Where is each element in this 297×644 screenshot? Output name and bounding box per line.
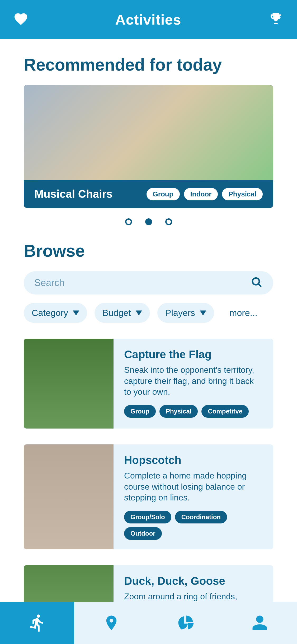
tag[interactable]: Physical	[222, 188, 263, 200]
activity-card[interactable]: Duck, Duck, Goose Zoom around a ring of …	[24, 565, 273, 602]
activity-description: Complete a home made hopping course with…	[124, 470, 263, 503]
chevron-down-icon	[200, 310, 206, 316]
pager-dot[interactable]	[165, 218, 172, 225]
recommended-heading: Recommended for today	[24, 55, 273, 75]
activity-tags: Group Physical Competitve	[124, 405, 263, 418]
filter-category[interactable]: Category	[24, 303, 87, 323]
tab-locations[interactable]	[74, 602, 148, 644]
tag[interactable]: Indoor	[184, 188, 218, 200]
pager-dot[interactable]	[125, 218, 132, 225]
tag[interactable]: Group	[124, 405, 156, 418]
filter-players[interactable]: Players	[157, 303, 214, 323]
tag[interactable]: Group/Solo	[124, 511, 171, 523]
tab-stats[interactable]	[149, 602, 223, 644]
activity-body: Hopscotch Complete a home made hopping c…	[114, 444, 273, 549]
activity-image	[24, 565, 114, 602]
filter-label: Players	[165, 308, 195, 318]
tag[interactable]: Group	[147, 188, 180, 200]
recommended-card[interactable]: Musical Chairs Group Indoor Physical	[24, 85, 273, 208]
browse-heading: Browse	[24, 241, 273, 261]
activity-body: Capture the Flag Sneak into the opponent…	[114, 339, 273, 429]
chevron-down-icon	[73, 310, 79, 316]
activity-body: Duck, Duck, Goose Zoom around a ring of …	[114, 565, 273, 602]
recommended-bar: Musical Chairs Group Indoor Physical	[24, 180, 273, 208]
recommended-image	[24, 85, 273, 180]
pin-icon	[103, 614, 120, 632]
activity-card[interactable]: Hopscotch Complete a home made hopping c…	[24, 444, 273, 549]
heart-icon[interactable]	[13, 11, 29, 28]
recommended-title: Musical Chairs	[34, 188, 112, 200]
activity-tags: Group/Solo Coordination Outdoor	[124, 511, 263, 540]
tag[interactable]: Competitve	[201, 405, 249, 418]
search-bar[interactable]	[24, 271, 273, 295]
carousel-pager	[24, 218, 273, 225]
bottom-tab-bar	[0, 602, 297, 644]
user-icon	[251, 614, 268, 632]
activity-card[interactable]: Capture the Flag Sneak into the opponent…	[24, 339, 273, 429]
activity-description: Zoom around a ring of friends, dubbing e…	[124, 591, 263, 602]
chevron-down-icon	[136, 310, 142, 316]
filter-row: Category Budget Players more...	[24, 303, 273, 323]
activity-image	[24, 339, 114, 429]
svg-point-0	[253, 278, 260, 285]
activity-image	[24, 444, 114, 549]
activity-description: Sneak into the opponent's territory, cap…	[124, 365, 263, 398]
chart-icon	[177, 614, 194, 632]
trophy-icon[interactable]	[268, 11, 284, 28]
filter-label: Budget	[102, 308, 131, 318]
activity-title: Capture the Flag	[124, 348, 263, 361]
tab-profile[interactable]	[223, 602, 297, 644]
running-icon	[28, 613, 47, 632]
activity-title: Hopscotch	[124, 454, 263, 467]
search-icon[interactable]	[251, 277, 263, 289]
search-input[interactable]	[34, 277, 251, 288]
recommended-tags: Group Indoor Physical	[147, 188, 263, 200]
tag[interactable]: Physical	[159, 405, 198, 418]
more-filters-link[interactable]: more...	[229, 308, 257, 318]
activity-title: Duck, Duck, Goose	[124, 575, 263, 587]
app-header: Activities	[0, 0, 297, 39]
svg-line-1	[258, 284, 261, 287]
page-title: Activities	[115, 11, 181, 28]
content-area: Recommended for today Musical Chairs Gro…	[0, 39, 297, 602]
pager-dot-active[interactable]	[145, 218, 152, 225]
filter-budget[interactable]: Budget	[95, 303, 150, 323]
tag[interactable]: Coordination	[175, 511, 227, 523]
tab-activities[interactable]	[0, 602, 74, 644]
filter-label: Category	[32, 308, 68, 318]
tag[interactable]: Outdoor	[124, 527, 162, 540]
